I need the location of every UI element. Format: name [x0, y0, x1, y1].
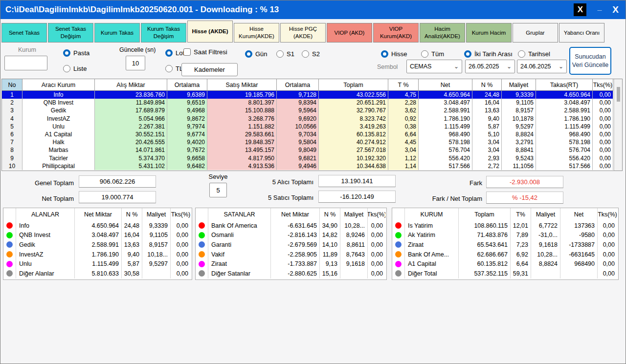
table-cell[interactable]: 1.115.499 — [419, 123, 472, 130]
table-cell[interactable]: 968.490 — [419, 130, 472, 138]
panel-header-cell[interactable]: SATANLAR — [208, 208, 271, 221]
table-cell[interactable]: 8,9157 — [502, 107, 536, 114]
table-cell[interactable]: 968.490 — [536, 130, 593, 138]
tum-radio[interactable]: Tüm — [421, 50, 444, 58]
panel-row[interactable]: Bank Of Ame...62.686.6676,9210,28...-663… — [392, 250, 618, 259]
table-cell[interactable]: 60.135.812 — [319, 130, 388, 138]
panel-cell[interactable]: 6,64 — [511, 259, 531, 269]
panel-cell[interactable]: -2.816.143 — [271, 231, 320, 240]
panel-cell[interactable]: 9,1618 — [531, 240, 560, 250]
table-cell[interactable]: 13,63 — [472, 107, 502, 114]
gun-radio[interactable]: Gün — [245, 50, 268, 58]
table-cell[interactable]: 8.323.742 — [319, 115, 388, 123]
table-cell[interactable]: 3.048.497 — [536, 99, 593, 107]
table-cell[interactable]: 1.786.190 — [419, 115, 472, 123]
table-cell[interactable]: 9,6389 — [167, 91, 207, 99]
table-cell[interactable]: 578.198 — [419, 138, 472, 146]
panel-cell[interactable]: -6631645 — [560, 250, 598, 259]
table-cell[interactable]: Halk — [22, 138, 95, 146]
panel-row[interactable]: Ak Yatirim71.483.8767,89-31,0...-95800,0… — [392, 231, 618, 240]
table-cell[interactable]: 556.420 — [419, 154, 472, 162]
table-cell[interactable]: 5.431.102 — [95, 162, 167, 170]
panel-row[interactable]: Bank Of America-6.631.64534,9010,28...0,… — [196, 221, 386, 231]
tab-viop-akd[interactable]: VIOP (AKD) — [327, 23, 372, 43]
panel-cell[interactable]: 537.352.115 — [459, 269, 511, 278]
table-cell[interactable]: 2,93 — [472, 154, 502, 162]
table-cell[interactable]: 0,00 — [593, 99, 613, 107]
table-cell[interactable]: 20.651.291 — [319, 99, 388, 107]
table-cell[interactable]: 9,5243 — [502, 154, 536, 162]
table-cell[interactable]: 2,72 — [472, 162, 502, 170]
date-to-select[interactable]: 24.06.2025 ⌄ — [517, 60, 567, 73]
table-cell[interactable]: 9,6519 — [167, 99, 207, 107]
table-cell[interactable]: 9,6920 — [277, 115, 319, 123]
panel-cell[interactable]: 10,28... — [531, 250, 560, 259]
panel-cell[interactable]: 9,13 — [320, 259, 340, 269]
table-cell[interactable]: 9,4946 — [277, 162, 319, 170]
panel-cell[interactable]: -1733887 — [560, 240, 598, 250]
tab-kurum-takas[interactable]: Kurum Takas — [94, 23, 140, 43]
table-cell[interactable]: 24,48 — [472, 91, 502, 99]
panel-cell[interactable]: -2.880.625 — [271, 269, 320, 278]
table-cell[interactable]: 1.115.499 — [536, 123, 593, 130]
x-logo-icon[interactable]: X — [574, 3, 586, 16]
panel-row[interactable]: Garanti-2.679.56914,108,86110,00 — [196, 240, 386, 250]
table-cell[interactable]: Gedik — [22, 107, 95, 114]
table-cell[interactable]: 6 — [2, 130, 22, 138]
panel-header-cell[interactable]: ALANLAR — [16, 208, 75, 221]
tab-kurum-hacim[interactable]: Kurum Hacim — [466, 23, 512, 43]
table-cell[interactable]: 576.704 — [419, 146, 472, 154]
panel-cell[interactable]: 0,00 — [598, 240, 617, 250]
table-cell[interactable]: 3,04 — [472, 138, 502, 146]
panel-cell[interactable]: 0,00 — [368, 231, 385, 240]
panel-header-cell[interactable]: Tks(%) — [171, 208, 191, 221]
tab-kurum-takas-degisim[interactable]: Kurum Takas Değişim — [141, 23, 186, 43]
table-cell[interactable]: 2.267.381 — [95, 123, 167, 130]
seviye-input[interactable] — [209, 183, 227, 197]
panel-cell[interactable] — [560, 269, 598, 278]
table-cell[interactable]: 23.836.760 — [95, 91, 167, 99]
sembol-select[interactable]: CEMAS ⌄ — [406, 60, 462, 73]
panel-row[interactable]: Diğer Satanlar-2.880.62515,160,00 — [196, 269, 386, 278]
panel-row[interactable]: Unlu1.115.4995,879,52970,00 — [3, 259, 192, 269]
panel-cell[interactable]: 34,90 — [320, 221, 340, 231]
panel-row[interactable]: Diğer Alanlar5.810.63330,580,00 — [3, 269, 192, 278]
panel-cell[interactable]: 0,00 — [171, 269, 191, 278]
panel-row[interactable]: Vakif-2.258.90511,898,76430,00 — [196, 250, 386, 259]
s2-radio[interactable]: S2 — [302, 50, 320, 58]
table-cell[interactable]: 3,62 — [388, 107, 419, 114]
panel-cell[interactable]: 10,18... — [142, 250, 171, 259]
panel-cell[interactable]: 0,00 — [171, 221, 191, 231]
sunucudan-veri-guncelle-button[interactable]: Sunucudan Veri Güncelle — [569, 47, 611, 75]
table-cell[interactable]: 9,1105 — [502, 99, 536, 107]
panel-cell[interactable]: 0,00 — [368, 250, 385, 259]
table-cell[interactable]: 8,8841 — [502, 146, 536, 154]
header-cell[interactable]: Ortalama — [277, 79, 319, 91]
panel-cell[interactable]: -31,0... — [531, 231, 560, 240]
header-cell[interactable]: N % — [472, 79, 502, 91]
panel-cell[interactable]: 0,00 — [171, 240, 191, 250]
panel-cell[interactable]: QNB Invest — [16, 231, 75, 240]
table-cell[interactable]: 0,92 — [388, 115, 419, 123]
table-cell[interactable]: 9,5804 — [277, 138, 319, 146]
table-row[interactable]: 4InvestAZ5.054.9669,86723.268.7769,69208… — [2, 115, 613, 123]
table-cell[interactable]: 1.151.882 — [207, 123, 277, 130]
table-cell[interactable]: 9,8049 — [277, 146, 319, 154]
table-cell[interactable]: 43.022.556 — [319, 91, 388, 99]
table-cell[interactable]: 9,5297 — [502, 123, 536, 130]
panel-cell[interactable]: 137363 — [560, 221, 598, 231]
table-cell[interactable]: 10.344.638 — [319, 162, 388, 170]
panel-cell[interactable]: Gedik — [16, 240, 75, 250]
table-cell[interactable]: 32.790.767 — [319, 107, 388, 114]
table-cell[interactable]: 578.198 — [536, 138, 593, 146]
panel-cell[interactable]: 8,9157 — [142, 240, 171, 250]
table-cell[interactable]: 8,8824 — [502, 130, 536, 138]
table-cell[interactable]: 10.192.320 — [319, 154, 388, 162]
table-cell[interactable]: 9,3339 — [502, 91, 536, 99]
table-cell[interactable]: 9,6482 — [167, 162, 207, 170]
table-cell[interactable]: 5.374.370 — [95, 154, 167, 162]
panel-cell[interactable]: 968490 — [560, 259, 598, 269]
table-cell[interactable]: 517.566 — [419, 162, 472, 170]
panel-header-cell[interactable]: Tks(%) — [368, 208, 385, 221]
header-cell[interactable]: T % — [388, 79, 419, 91]
